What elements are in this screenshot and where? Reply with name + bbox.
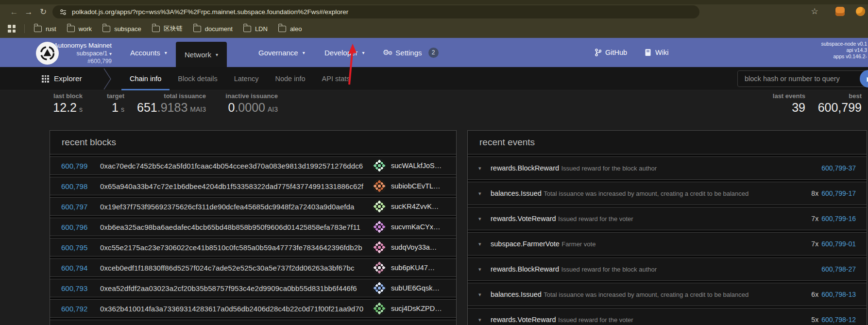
expand-caret-icon[interactable]: ▾ <box>478 190 485 197</box>
forward-icon[interactable]: → <box>21 7 36 17</box>
reload-icon[interactable]: ↻ <box>36 7 51 17</box>
event-block-link[interactable]: 600,799-16 <box>821 215 856 222</box>
extension-icon-1[interactable] <box>834 6 845 17</box>
menu-settings[interactable]: ⚙⚙ Settings 2 <box>383 38 439 67</box>
expand-caret-icon[interactable]: ▾ <box>478 266 485 273</box>
stat-value: 12.2s <box>29 101 83 115</box>
event-ref: 6x600,798-13 <box>811 291 856 298</box>
tab-block-details[interactable]: Block details <box>170 67 225 90</box>
browser-tabstrip <box>0 0 868 4</box>
tabs: Chain info Block details Latency Node in… <box>121 67 358 90</box>
bookmark-folder-rust[interactable]: rust <box>29 22 62 35</box>
bookmark-label: rust <box>46 25 56 33</box>
event-description: Total issuance was increased by amount, … <box>544 190 749 197</box>
stat-value: 39 <box>748 101 805 115</box>
event-row: ▾ balances.Issued Total issuance was inc… <box>468 283 867 306</box>
event-count: 8x <box>811 189 818 197</box>
block-author: sucKR4ZvvK… <box>391 203 448 210</box>
expand-caret-icon[interactable]: ▾ <box>478 291 485 298</box>
git-branch-icon <box>595 49 601 56</box>
stat-target: target 1s <box>86 92 124 115</box>
block-number-link[interactable]: 600,792 <box>61 305 89 313</box>
back-icon[interactable]: ← <box>7 7 21 17</box>
tab-chain-info[interactable]: Chain info <box>121 67 170 90</box>
expand-caret-icon[interactable]: ▾ <box>478 241 485 247</box>
tab-api-stats[interactable]: API stats <box>314 67 358 90</box>
event-text: rewards.BlockReward Issued reward for th… <box>491 164 657 172</box>
block-query-input[interactable] <box>737 70 868 87</box>
recent-events-title: recent events <box>468 131 867 154</box>
event-row: ▾ rewards.BlockReward Issued reward for … <box>468 156 867 180</box>
block-number-link[interactable]: 600,794 <box>61 264 89 272</box>
apps-grid-icon[interactable] <box>8 25 16 33</box>
gear-icon: ⚙⚙ <box>383 48 391 57</box>
stat-label: last block <box>29 92 83 100</box>
folder-icon <box>34 26 42 32</box>
menu-accounts[interactable]: Accounts ▾ <box>130 38 167 67</box>
block-row: 600,796 0xb6ea325ac98ba6aedafec4bcb65bd4… <box>50 218 456 236</box>
menu-network-active[interactable]: Network ▾ <box>176 42 227 67</box>
event-block-link[interactable]: 600,799-37 <box>821 164 856 172</box>
event-description: Issued reward for the block author <box>561 165 657 172</box>
event-description: Issued reward for the voter <box>558 215 633 222</box>
block-number-link[interactable]: 600,799 <box>61 162 89 170</box>
stat-label: total issuance <box>127 92 206 100</box>
api-version: api v14.3 <box>821 47 867 53</box>
bookmark-label: 区块链 <box>164 24 183 33</box>
wiki-link[interactable]: Wiki <box>645 38 668 67</box>
menu-governance[interactable]: Governance ▾ <box>258 38 305 67</box>
stat-label: inactive issuance <box>210 92 278 100</box>
autonomys-logo[interactable] <box>36 42 59 65</box>
author-identicon <box>373 282 386 294</box>
event-row: ▾ subspace.FarmerVote Farmer vote 7x600,… <box>468 232 867 256</box>
tab-node-info[interactable]: Node info <box>267 67 314 90</box>
author-identicon <box>373 261 386 274</box>
event-block-link[interactable]: 600,798-12 <box>821 316 856 324</box>
github-link[interactable]: GitHub <box>595 38 627 67</box>
block-number-link[interactable]: 600,798 <box>61 182 89 190</box>
event-row: ▾ rewards.VoteReward Issued reward for t… <box>468 308 867 325</box>
bookmarks-bar: rust work subspace 区块链 document LDN aleo <box>0 19 868 38</box>
bookmark-label: document <box>205 25 233 33</box>
stat-value: 1s <box>86 101 124 115</box>
stat-value: 600,799 <box>807 101 862 115</box>
bookmarks-divider <box>24 24 25 33</box>
stat-total-issuance: total issuance 651.9183MAI3 <box>127 92 206 115</box>
menu-label: Governance <box>258 49 298 57</box>
stat-label: last events <box>748 92 805 100</box>
node-version: subspace-node v0.1 <box>821 41 867 47</box>
event-block-link[interactable]: 600,798-27 <box>821 265 856 273</box>
bookmark-folder-ldn[interactable]: LDN <box>238 22 273 35</box>
recent-blocks-panel: recent blocks 600,799 0xac70edc7452b5c42… <box>50 130 457 325</box>
block-number-link[interactable]: 600,795 <box>61 243 89 252</box>
event-block-link[interactable]: 600,799-01 <box>821 240 856 248</box>
event-ref: 5x600,798-12 <box>811 316 856 324</box>
bookmark-folder-work[interactable]: work <box>62 22 97 35</box>
block-number-link[interactable]: 600,793 <box>61 284 89 292</box>
bookmark-folder-blockchain[interactable]: 区块链 <box>147 22 188 35</box>
menu-developer[interactable]: Developer ▾ <box>324 38 364 67</box>
expand-caret-icon[interactable]: ▾ <box>478 216 485 222</box>
block-hash: 0xc55e2175ac23e7306022ce41b8510c0fc585a0… <box>100 243 362 252</box>
event-text: balances.Issued Total issuance was incre… <box>491 290 749 299</box>
block-number-link[interactable]: 600,796 <box>61 223 89 231</box>
settings-badge: 2 <box>428 48 439 58</box>
bookmark-folder-subspace[interactable]: subspace <box>97 22 147 35</box>
site-settings-icon[interactable] <box>59 8 67 16</box>
event-block-link[interactable]: 600,799-17 <box>821 189 856 197</box>
stat-value: 651.9183MAI3 <box>127 101 206 115</box>
expand-caret-icon[interactable]: ▾ <box>478 165 485 171</box>
tab-latency[interactable]: Latency <box>226 67 267 90</box>
extension-icon-2[interactable] <box>855 6 866 17</box>
block-row: 600,792 0x362b410014fa3a73369314283617a0… <box>50 299 456 318</box>
browser-chrome: ← → ↻ polkadot.js.org/apps/?rpc=wss%3A%2… <box>0 0 868 38</box>
event-name: rewards.BlockReward <box>491 164 559 172</box>
event-block-link[interactable]: 600,798-13 <box>821 291 856 298</box>
bookmark-folder-aleo[interactable]: aleo <box>273 22 307 35</box>
bookmark-folder-document[interactable]: document <box>188 22 238 35</box>
address-bar[interactable]: polkadot.js.org/apps/?rpc=wss%3A%2F%2Frp… <box>52 5 699 18</box>
bookmark-star-icon[interactable]: ☆ <box>809 6 820 17</box>
block-number-link[interactable]: 600,797 <box>61 203 89 211</box>
expand-caret-icon[interactable]: ▾ <box>478 317 485 323</box>
url-text: polkadot.js.org/apps/?rpc=wss%3A%2F%2Frp… <box>72 8 348 16</box>
